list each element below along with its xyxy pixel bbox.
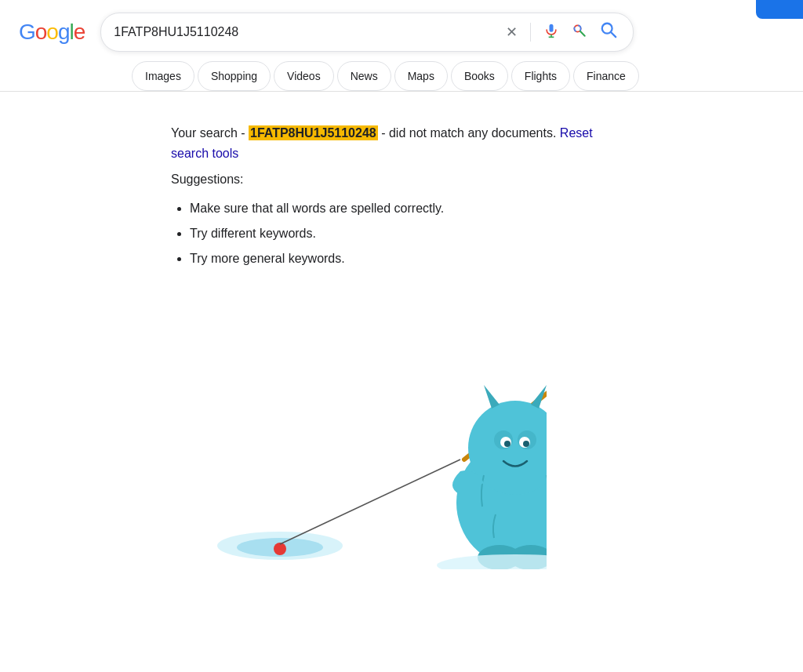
no-results-prefix: Your search -: [171, 126, 249, 140]
logo-letter-g: G: [19, 20, 35, 45]
svg-line-7: [612, 32, 616, 37]
tab-flights[interactable]: Flights: [511, 61, 570, 91]
nav-tabs: Images Shopping Videos News Maps Books F…: [0, 52, 803, 92]
no-results-message: Your search - 1FATP8HU1J5110248 - did no…: [171, 123, 609, 163]
svg-point-28: [437, 554, 547, 569]
suggestions-heading: Suggestions:: [171, 173, 609, 187]
no-results-illustration-wrapper: [93, 271, 609, 569]
search-term-highlight: 1FATP8HU1J5110248: [249, 125, 378, 140]
top-right-decoration: [756, 0, 803, 19]
main-content: Your search - 1FATP8HU1J5110248 - did no…: [0, 92, 627, 601]
lens-icon[interactable]: [569, 21, 590, 44]
svg-point-10: [274, 543, 286, 555]
tab-news[interactable]: News: [337, 61, 391, 91]
search-bar: ✕: [100, 13, 634, 52]
search-divider: [530, 23, 531, 42]
svg-point-22: [504, 441, 511, 447]
svg-line-11: [280, 460, 460, 544]
svg-marker-16: [484, 385, 500, 409]
logo-letter-o1: o: [35, 20, 47, 45]
tab-videos[interactable]: Videos: [274, 61, 334, 91]
header: Google ✕: [0, 0, 803, 52]
tab-shopping[interactable]: Shopping: [198, 61, 271, 91]
mic-icon[interactable]: [540, 21, 562, 44]
svg-rect-0: [550, 24, 554, 31]
no-results-illustration: [154, 303, 547, 569]
suggestion-3: Try more general keywords.: [190, 246, 609, 271]
clear-icon[interactable]: ✕: [503, 22, 521, 42]
logo-letter-g2: g: [58, 20, 70, 45]
suggestion-1: Make sure that all words are spelled cor…: [190, 196, 609, 221]
google-logo[interactable]: Google: [19, 20, 85, 45]
search-submit-icon[interactable]: [597, 20, 620, 45]
tab-books[interactable]: Books: [451, 61, 508, 91]
no-results-suffix: - did not match any documents.: [378, 126, 557, 140]
search-bar-wrapper: ✕: [100, 13, 634, 52]
svg-line-5: [580, 31, 585, 35]
suggestions-list: Make sure that all words are spelled cor…: [171, 196, 609, 271]
tab-images[interactable]: Images: [132, 61, 194, 91]
logo-letter-o2: o: [46, 20, 58, 45]
suggestion-2: Try different keywords.: [190, 221, 609, 246]
search-input[interactable]: [114, 25, 496, 39]
svg-point-23: [523, 441, 529, 447]
tab-finance[interactable]: Finance: [573, 61, 639, 91]
logo-letter-e: e: [74, 20, 85, 45]
tab-maps[interactable]: Maps: [394, 61, 448, 91]
